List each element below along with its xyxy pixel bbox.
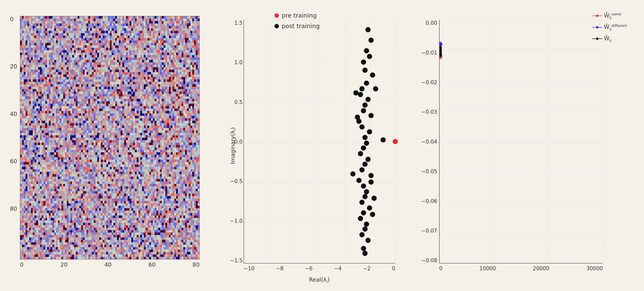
- eigen-ylabel-m15: −1.5: [228, 258, 242, 264]
- eigen-post-point: [370, 72, 375, 78]
- eigen-post-point: [368, 113, 374, 118]
- wbar-ylabel-m07: −0.07: [415, 228, 437, 234]
- eigen-post-point: [364, 222, 369, 227]
- wbar-ylabel-m08: −0.08: [415, 258, 437, 264]
- wbar-ylabel-m05: −0.05: [415, 168, 437, 174]
- heatmap-ylabel-20: 20: [10, 63, 20, 70]
- eigen-ylabel-15: 1.5: [228, 20, 242, 26]
- eigen-post-point: [361, 246, 366, 251]
- eigen-xlabel-title: Real(λi): [244, 276, 395, 284]
- wbar-legend-line-same: [592, 14, 602, 17]
- eigen-post-point: [364, 140, 369, 146]
- wbar-xlabel-0: 0: [439, 266, 442, 272]
- eigen-xlabel-m6: −6: [305, 266, 312, 272]
- eigen-post-point: [372, 196, 377, 201]
- eigen-post-point: [356, 178, 362, 183]
- heatmap-canvas: [20, 16, 200, 260]
- eigen-post-point: [358, 151, 363, 156]
- wbar-legend-same: W̄ijsame: [592, 12, 627, 20]
- wbar-xlabel-30k: 30000: [586, 266, 603, 272]
- eigen-post-point: [367, 206, 372, 210]
- heatmap-xlabel-40: 40: [104, 262, 112, 268]
- eigen-pre-point: [393, 139, 398, 144]
- eigen-post-point: [359, 200, 364, 205]
- eigen-yaxis-labels: 1.5 1.0 0.5 0.0 −0.5 −1.0 −1.5: [228, 20, 242, 264]
- eigen-post-point: [353, 90, 358, 96]
- eigen-post-point: [362, 251, 368, 256]
- wbar-xaxis-labels: 0 10000 20000 30000: [439, 266, 603, 272]
- eigen-xlabel-0: 0: [392, 266, 395, 272]
- eigen-post-point: [364, 48, 369, 53]
- wbar-ylabel-0: 0.00: [415, 20, 437, 26]
- wbar-legend-label-same: W̄ijsame: [604, 12, 621, 20]
- heatmap-ylabel-80: 80: [10, 206, 20, 212]
- eigen-post-point: [362, 102, 368, 108]
- wbar-xlabel-10k: 10000: [480, 266, 496, 272]
- eigen-post-point: [362, 162, 368, 167]
- eigen-post-point: [368, 38, 374, 43]
- wbar-ylabel-m06: −0.06: [415, 198, 437, 204]
- eigen-post-point: [362, 194, 368, 199]
- eigen-post-point: [362, 135, 368, 140]
- eigen-post-point: [366, 238, 371, 243]
- eigenvalue-scatter-area: [244, 20, 395, 264]
- eigen-post-point: [355, 114, 360, 120]
- eigen-post-point: [350, 171, 356, 176]
- heatmap-xaxis: 0 20 40 60 80: [20, 262, 200, 268]
- wbar-ylabel-m02: −0.02: [415, 80, 437, 86]
- eigen-xlabel-m10: −10: [244, 266, 254, 272]
- eigen-post-point: [366, 157, 371, 162]
- heatmap-ylabel-0: 0: [10, 16, 20, 22]
- eigenvalue-panel: pre training post training Imaginary(λi)…: [228, 8, 411, 284]
- wbar-panel: W̄ijsame W̄ijdifferent: [415, 8, 635, 284]
- legend-label-pre: pre training: [282, 12, 316, 19]
- wbar-scatter-svg: [440, 20, 603, 264]
- eigen-ylabel-10: 1.0: [228, 60, 242, 66]
- legend-item-pre: pre training: [274, 12, 364, 19]
- eigen-post-point: [366, 97, 371, 102]
- eigen-post-point: [361, 60, 366, 65]
- heatmap-xlabel-80: 80: [192, 262, 200, 268]
- eigen-post-point: [361, 146, 366, 151]
- eigen-xaxis-labels: −10 −8 −6 −4 −2 0: [244, 266, 395, 272]
- eigen-xlabel-m4: −4: [334, 266, 342, 272]
- eigen-ylabel-m05: −0.5: [228, 178, 242, 184]
- eigen-post-point: [364, 189, 369, 194]
- eigen-post-point: [370, 212, 375, 217]
- eigen-post-point: [358, 216, 363, 221]
- svg-point-15: [596, 14, 598, 17]
- eigen-ylabel-00: 0.0: [228, 139, 242, 145]
- eigenvalue-scatter-svg: [244, 20, 395, 263]
- eigen-post-point: [361, 184, 366, 188]
- heatmap-ylabel-60: 60: [10, 158, 20, 165]
- wbar-ylabel-m04: −0.04: [415, 139, 437, 145]
- eigen-post-point: [366, 27, 371, 32]
- eigen-post-point: [367, 54, 372, 59]
- wbar-legend-label-wbar: W̄ij: [604, 35, 612, 42]
- heatmap-xlabel-60: 60: [148, 262, 156, 268]
- eigen-post-point: [359, 124, 364, 130]
- eigen-post-point: [368, 180, 374, 184]
- eigen-post-point: [367, 129, 372, 134]
- eigen-post-point: [362, 68, 368, 73]
- eigen-post-point: [368, 173, 374, 178]
- main-container: 0 20 40 60 80 100 0 20 40 60 80 pre trai…: [0, 0, 644, 291]
- eigen-xlabel-title-text: Real(λi): [309, 276, 330, 283]
- eigen-post-point: [358, 92, 363, 97]
- heatmap-yaxis: 0 20 40 60 80 100: [10, 16, 20, 260]
- eigen-post-point: [380, 137, 386, 142]
- eigen-xlabel-m2: −2: [363, 266, 370, 272]
- eigen-post-point: [359, 232, 364, 237]
- wbar-legend-label-different: W̄ijdifferent: [604, 24, 627, 31]
- eigen-post-point: [361, 108, 366, 113]
- heatmap-panel: 0 20 40 60 80 100 0 20 40 60 80: [4, 8, 224, 284]
- eigen-ylabel-m10: −1.0: [228, 218, 242, 224]
- wbar-xlabel-20k: 20000: [533, 266, 550, 272]
- eigen-post-point: [373, 86, 378, 92]
- heatmap-xlabel-0: 0: [20, 262, 24, 268]
- eigen-post-point: [359, 86, 364, 92]
- eigen-post-point: [364, 81, 369, 86]
- heatmap-ylabel-40: 40: [10, 111, 20, 117]
- eigen-post-point: [362, 226, 368, 232]
- heatmap-xlabel-20: 20: [60, 262, 68, 268]
